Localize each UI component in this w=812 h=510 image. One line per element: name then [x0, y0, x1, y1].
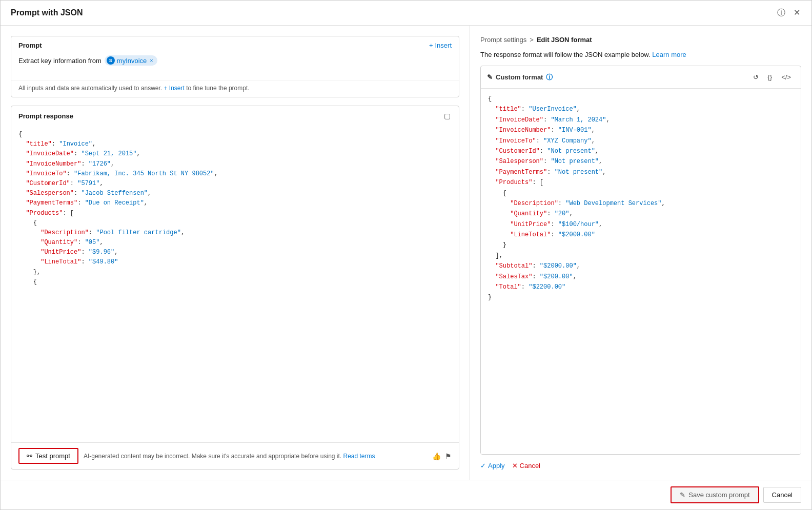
- prompt-content: Extract key information from S myInvoice…: [11, 52, 459, 71]
- close-button[interactable]: ✕: [793, 8, 801, 18]
- cancel-x-icon: ✕: [512, 462, 518, 470]
- insert-button[interactable]: + Insert: [429, 42, 452, 49]
- code-button[interactable]: </>: [778, 71, 795, 83]
- custom-format-label: Custom format: [496, 73, 543, 81]
- apply-button[interactable]: ✓ Apply: [480, 462, 505, 470]
- tag-pill[interactable]: S myInvoice ×: [105, 55, 157, 66]
- thumbs-down-icon[interactable]: ⚑: [445, 452, 452, 460]
- cancel-right-label: Cancel: [520, 462, 540, 470]
- feedback-icons: 👍 ⚑: [432, 452, 452, 460]
- custom-format-header: ✎ Custom format ⓘ ↺ {} </>: [481, 66, 801, 89]
- prompt-footer-note: All inputs and data are automatically us…: [11, 80, 459, 97]
- response-code: { "title": "Invoice", "InvoiceDate": "Se…: [11, 126, 459, 442]
- right-panel-actions: ✓ Apply ✕ Cancel: [480, 455, 801, 470]
- prompt-section-header: Prompt + Insert: [11, 36, 459, 52]
- test-prompt-button[interactable]: ⚯ Test prompt: [18, 448, 78, 464]
- tag-close-icon[interactable]: ×: [150, 57, 153, 64]
- info-icon[interactable]: ⓘ: [546, 73, 553, 82]
- read-terms-link[interactable]: Read terms: [343, 453, 375, 460]
- breadcrumb-parent: Prompt settings: [480, 36, 526, 44]
- right-panel: Prompt settings > Edit JSON format The r…: [470, 26, 811, 480]
- response-section: Prompt response ▢ { "title": "Invoice", …: [11, 106, 459, 470]
- cancel-footer-button[interactable]: Cancel: [763, 487, 801, 503]
- help-icon: ⓘ: [777, 9, 785, 17]
- custom-format-code: { "title": "UserInvoice", "InvoiceDate":…: [481, 89, 801, 454]
- dialog-header: Prompt with JSON ⓘ ✕: [1, 1, 811, 26]
- breadcrumb-current: Edit JSON format: [537, 36, 592, 44]
- save-custom-prompt-button[interactable]: ✎ Save custom prompt: [671, 486, 759, 503]
- save-custom-label: Save custom prompt: [688, 491, 749, 499]
- reset-button[interactable]: ↺: [749, 71, 762, 83]
- expand-button[interactable]: ▢: [443, 111, 452, 120]
- dialog-body: Prompt + Insert Extract key information …: [1, 26, 811, 480]
- custom-format-title: ✎ Custom format ⓘ: [487, 73, 553, 82]
- help-button[interactable]: ⓘ: [776, 8, 786, 18]
- header-controls: ⓘ ✕: [776, 8, 801, 18]
- close-icon: ✕: [794, 9, 800, 17]
- save-icon: ✎: [680, 491, 685, 499]
- test-prompt-label: Test prompt: [35, 452, 70, 460]
- prompt-section: Prompt + Insert Extract key information …: [11, 36, 459, 97]
- tag-icon: S: [107, 56, 115, 65]
- insert-button-label: Insert: [435, 42, 452, 49]
- response-label: Prompt response: [18, 112, 73, 120]
- thumbs-up-icon[interactable]: 👍: [432, 452, 441, 460]
- breadcrumb-separator: >: [530, 36, 534, 44]
- learn-more-link[interactable]: Learn more: [652, 51, 686, 58]
- ai-notice: AI-generated content may be incorrect. M…: [84, 453, 427, 460]
- insert-hint: to fine tune the prompt.: [186, 85, 249, 92]
- right-panel-description: The response format will follow the JSON…: [480, 51, 801, 58]
- response-header: Prompt response ▢: [11, 106, 459, 126]
- pen-icon: ✎: [487, 73, 493, 81]
- custom-format-box: ✎ Custom format ⓘ ↺ {} </> { "title": "U…: [480, 66, 801, 455]
- breadcrumb: Prompt settings > Edit JSON format: [480, 36, 801, 44]
- dialog-footer: ✎ Save custom prompt Cancel: [1, 480, 811, 509]
- braces-button[interactable]: {}: [764, 71, 776, 83]
- expand-icon: ▢: [444, 112, 451, 119]
- prompt-label: Prompt: [18, 42, 42, 49]
- insert-link[interactable]: + Insert: [164, 85, 185, 92]
- dialog-title: Prompt with JSON: [11, 8, 83, 17]
- cancel-right-button[interactable]: ✕ Cancel: [512, 462, 540, 470]
- test-prompt-icon: ⚯: [27, 452, 32, 460]
- tag-label: myInvoice: [117, 57, 147, 65]
- cancel-footer-label: Cancel: [772, 491, 793, 499]
- checkmark-icon: ✓: [480, 462, 486, 470]
- apply-label: Apply: [488, 462, 505, 470]
- bottom-bar: ⚯ Test prompt AI-generated content may b…: [11, 442, 459, 469]
- prompt-text: Extract key information from: [18, 57, 102, 65]
- insert-plus-icon: +: [429, 42, 433, 49]
- dialog-container: Prompt with JSON ⓘ ✕ Prompt + Insert: [0, 0, 812, 510]
- format-tools: ↺ {} </>: [749, 71, 795, 83]
- left-panel: Prompt + Insert Extract key information …: [1, 26, 470, 480]
